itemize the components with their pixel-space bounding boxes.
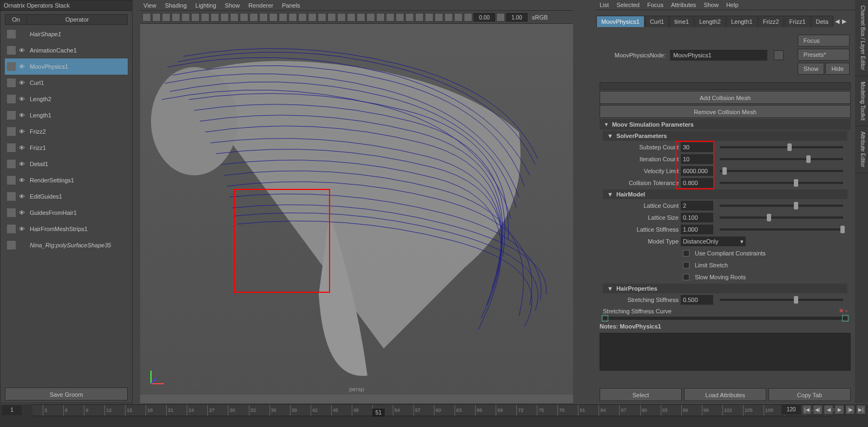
param-slider[interactable] (720, 158, 843, 160)
operator-item-11[interactable]: 👁GuidesFromHair1 (5, 205, 128, 221)
hairprops-header[interactable]: ▼HairProperties (603, 284, 847, 293)
start-frame-input[interactable]: 1 (2, 405, 22, 415)
param-input[interactable]: 0.100 (681, 213, 713, 222)
gamma-input[interactable]: 1.00 (506, 13, 528, 22)
vp-tool-11[interactable] (249, 13, 258, 22)
vp-tool-25[interactable] (386, 13, 394, 22)
hairmodel-header[interactable]: ▼HairModel (603, 189, 847, 199)
vp-tool-17[interactable] (308, 13, 317, 22)
vp-tool-18[interactable] (318, 13, 326, 22)
tab-deta[interactable]: Deta (811, 16, 833, 27)
visibility-icon[interactable] (19, 242, 25, 248)
sim-params-header[interactable]: ▼Moov Simulation Parameters (600, 119, 851, 130)
param-slider[interactable] (720, 182, 843, 184)
attr-menu-focus[interactable]: Focus (647, 2, 663, 8)
rewind-button[interactable]: |◀ (802, 405, 812, 415)
operator-item-5[interactable]: 👁Length1 (5, 107, 128, 123)
load-attributes-button[interactable]: Load Attributes (684, 388, 766, 401)
colorspace-label[interactable]: sRGB (532, 14, 548, 21)
vp-tool-10[interactable] (240, 13, 248, 22)
attr-menu-show[interactable]: Show (703, 2, 719, 8)
vp-tool-33[interactable] (464, 13, 472, 22)
menu-panels[interactable]: Panels (282, 2, 300, 9)
copy-tab-button[interactable]: Copy Tab (768, 388, 851, 401)
save-groom-button[interactable]: Save Groom (5, 387, 128, 400)
gamma-icon[interactable] (496, 13, 505, 22)
operator-item-10[interactable]: 👁EditGuides1 (5, 188, 128, 205)
operator-item-1[interactable]: 👁AnimationCache1 (5, 42, 128, 58)
visibility-icon[interactable]: 👁 (19, 177, 25, 183)
hide-button[interactable]: Hide (825, 63, 850, 75)
param-input[interactable]: 2 (681, 201, 713, 211)
menu-show[interactable]: Show (225, 2, 240, 9)
remove-collision-button[interactable]: Remove Collision Mesh (600, 105, 851, 118)
visibility-icon[interactable]: 👁 (19, 63, 25, 70)
vp-tool-19[interactable] (327, 13, 336, 22)
vp-tool-22[interactable] (357, 13, 365, 22)
param-slider[interactable] (720, 216, 843, 219)
attr-menu-help[interactable]: Help (726, 2, 739, 8)
tab-frizz2[interactable]: Frizz2 (758, 16, 784, 27)
vp-tool-5[interactable] (191, 13, 200, 22)
vp-tool-9[interactable] (230, 13, 239, 22)
visibility-icon[interactable]: 👁 (19, 96, 25, 102)
side-tab-channel-box---layer-editor[interactable]: Channel Box / Layer Editor (855, 0, 868, 76)
vp-tool-32[interactable] (454, 13, 463, 22)
vp-tool-15[interactable] (288, 13, 297, 22)
param-slider[interactable] (720, 170, 843, 172)
vp-tool-28[interactable] (415, 13, 424, 22)
param-slider[interactable] (720, 205, 843, 207)
param-input[interactable]: 1.000 (681, 225, 713, 234)
vp-tool-4[interactable] (181, 13, 190, 22)
operator-item-13[interactable]: Nina_Rig:polySurfaceShape35 (5, 237, 128, 253)
operator-item-9[interactable]: 👁RenderSettings1 (5, 172, 128, 188)
vp-tool-29[interactable] (425, 13, 433, 22)
attr-menu-list[interactable]: List (600, 2, 609, 8)
presets-button[interactable]: Presets* (798, 49, 850, 61)
fast-forward-button[interactable]: ▶| (856, 405, 866, 415)
vp-tool-3[interactable] (172, 13, 180, 22)
visibility-icon[interactable]: 👁 (19, 226, 25, 232)
vp-tool-0[interactable] (142, 13, 151, 22)
operator-item-7[interactable]: 👁Frizz1 (5, 140, 128, 156)
vp-tool-20[interactable] (337, 13, 346, 22)
menu-lighting[interactable]: Lighting (195, 2, 216, 9)
close-icon[interactable]: ✕ ▫ (839, 307, 847, 314)
vp-tool-30[interactable] (435, 13, 443, 22)
vp-tool-26[interactable] (396, 13, 404, 22)
vp-tool-13[interactable] (269, 13, 278, 22)
vp-tool-27[interactable] (405, 13, 414, 22)
checkbox[interactable] (683, 274, 689, 280)
checkbox[interactable] (683, 250, 689, 257)
vp-tool-21[interactable] (347, 13, 356, 22)
vp-tool-2[interactable] (162, 13, 170, 22)
operator-item-3[interactable]: 👁Curl1 (5, 75, 128, 91)
tab-moovphysics1[interactable]: MoovPhysics1 (596, 16, 645, 27)
io-button[interactable] (774, 50, 784, 60)
time-ruler[interactable]: 3691215182124273033363942454851545760636… (32, 404, 836, 416)
tab-curl1[interactable]: Curl1 (645, 16, 669, 27)
vp-tool-31[interactable] (444, 13, 453, 22)
stretch-input[interactable]: 0.500 (681, 295, 713, 305)
tab-scroll-icon[interactable]: ▶ (841, 18, 847, 25)
current-frame-marker[interactable]: 51 (372, 409, 385, 417)
operator-col-header[interactable]: Operator (27, 15, 127, 24)
visibility-icon[interactable]: 👁 (19, 161, 25, 167)
collapse-bar[interactable] (600, 82, 851, 90)
focus-button[interactable]: Focus (798, 35, 850, 47)
vp-tool-8[interactable] (220, 13, 229, 22)
visibility-icon[interactable]: 👁 (19, 128, 25, 135)
side-tab-modeling-toolkit[interactable]: Modeling Toolkit (855, 76, 868, 127)
add-collision-button[interactable]: Add Collision Mesh (600, 91, 851, 104)
visibility-icon[interactable]: 👁 (19, 209, 25, 216)
param-slider[interactable] (720, 228, 843, 231)
menu-shading[interactable]: Shading (165, 2, 187, 9)
exposure-input[interactable]: 0.00 (474, 13, 495, 22)
operator-item-4[interactable]: 👁Length2 (5, 91, 128, 107)
operator-item-6[interactable]: 👁Frizz2 (5, 123, 128, 140)
operator-item-2[interactable]: 👁MoovPhysics1 (5, 58, 128, 75)
curve-editor[interactable] (603, 317, 847, 320)
viewport-canvas[interactable]: persp (140, 24, 573, 395)
visibility-icon[interactable]: 👁 (19, 144, 25, 151)
on-col-header[interactable]: On (5, 15, 27, 24)
